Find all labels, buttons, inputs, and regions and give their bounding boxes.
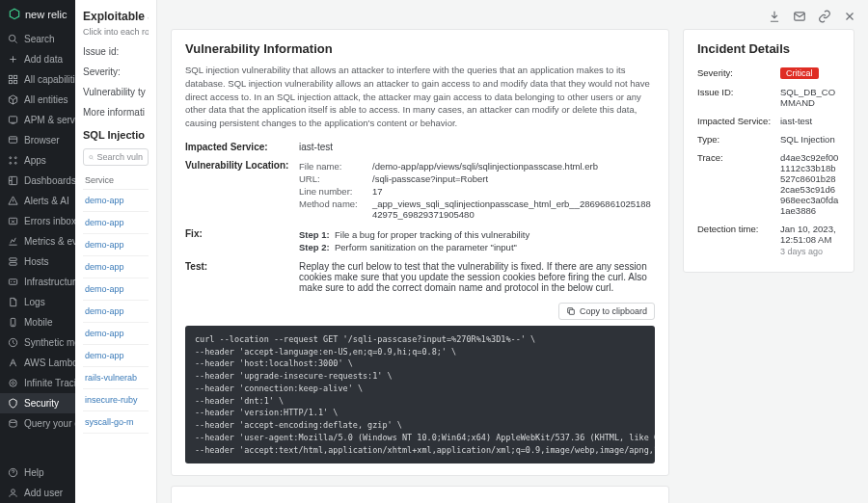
- sidebar-item-browser[interactable]: Browser: [0, 130, 75, 150]
- service-row[interactable]: demo-app: [83, 190, 149, 212]
- sidebar-item-query-your-data[interactable]: Query your data: [0, 413, 75, 434]
- sidebar-item-errors-inbox[interactable]: Errors inbox: [0, 211, 75, 231]
- sidebar-footer-help[interactable]: Help: [0, 463, 75, 483]
- infra-icon: [8, 277, 18, 287]
- search-input[interactable]: Search vuln: [83, 148, 149, 166]
- sidebar-item-hosts[interactable]: Hosts: [0, 252, 75, 272]
- service-row[interactable]: demo-app: [83, 256, 149, 278]
- sidebar-item-metrics-events[interactable]: Metrics & events: [0, 231, 75, 252]
- nav-label: Infinite Tracing se: [24, 378, 75, 388]
- incident-row: Issue ID:SQL_DB_COMMAND: [697, 83, 840, 112]
- top-actions: [766, 8, 858, 28]
- sidebar-item-dashboards[interactable]: Dashboards: [0, 171, 75, 191]
- nav-label: Infrastructure: [24, 277, 75, 287]
- sidebar-item-infrastructure[interactable]: Infrastructure: [0, 272, 75, 292]
- hosts-icon: [8, 256, 18, 267]
- nav-label: All entities: [24, 94, 68, 105]
- close-button[interactable]: [841, 8, 858, 28]
- test-label: Test:: [185, 261, 299, 293]
- nav-label: APM & services: [24, 115, 75, 125]
- sidebar-item-aws-lambda-se[interactable]: AWS Lambda se: [0, 353, 75, 373]
- incident-value: Jan 10, 2023, 12:51:08 AM3 days ago: [780, 224, 840, 256]
- copy-clipboard-button[interactable]: Copy to clipboard: [558, 303, 655, 320]
- download-button[interactable]: [766, 8, 783, 28]
- file-name-label: File name:: [299, 161, 372, 172]
- browser-icon: [8, 135, 18, 146]
- service-row[interactable]: demo-app: [83, 345, 149, 367]
- vuln-description: SQL injection vulnerability that allows …: [185, 64, 655, 130]
- vuln-title: Vulnerability Information: [185, 41, 655, 56]
- sidebar-item-logs[interactable]: Logs: [0, 292, 75, 312]
- search-placeholder: Search vuln: [96, 152, 143, 162]
- svg-rect-3: [9, 80, 12, 83]
- dash-icon: [8, 175, 18, 186]
- url-label: URL:: [299, 173, 372, 184]
- svg-point-17: [13, 325, 14, 326]
- incident-card: Incident Details Severity:CriticalIssue …: [683, 29, 854, 273]
- severity-badge: Critical: [780, 67, 819, 79]
- sidebar-item-apps[interactable]: Apps: [0, 150, 75, 171]
- sidebar-item-alerts-ai[interactable]: Alerts & AI: [0, 191, 75, 211]
- svg-rect-6: [9, 137, 16, 143]
- nav-label: Dashboards: [24, 175, 75, 186]
- incident-key: Issue ID:: [697, 87, 780, 108]
- incident-key: Detection time:: [697, 224, 780, 256]
- sidebar-item-mobile[interactable]: Mobile: [0, 312, 75, 332]
- impacted-service-label: Impacted Service:: [185, 142, 299, 152]
- service-row[interactable]: demo-app: [83, 301, 149, 323]
- test-text: Replay the curl below to test that the v…: [299, 261, 655, 293]
- service-row[interactable]: demo-app: [83, 278, 149, 301]
- detail-tabs: Details Stack trace HTTP request: [185, 496, 655, 503]
- plus-icon: [8, 54, 18, 65]
- sidebar-item-search[interactable]: Search: [0, 29, 75, 49]
- cube-icon: [8, 94, 18, 105]
- close-icon: [843, 10, 856, 23]
- nav-label: Hosts: [24, 256, 49, 267]
- nav-label: Help: [24, 467, 44, 478]
- main-area: Vulnerability Information SQL injection …: [157, 0, 868, 503]
- sidebar-item-synthetic-monito[interactable]: Synthetic monito: [0, 332, 75, 353]
- logs-icon: [8, 297, 18, 307]
- nav-label: Alerts & AI: [24, 196, 69, 206]
- tab-details[interactable]: Details: [185, 496, 215, 503]
- service-row[interactable]: insecure-ruby: [83, 389, 149, 411]
- curl-block[interactable]: curl --location --request GET '/sqli-pas…: [185, 326, 655, 464]
- link-button[interactable]: [816, 8, 833, 28]
- sidebar-item-infinite-tracing-se[interactable]: Infinite Tracing se: [0, 373, 75, 393]
- sidebar-item-all-capabilities[interactable]: All capabilities: [0, 69, 75, 90]
- nav-label: Browser: [24, 135, 60, 146]
- incident-value: Critical: [780, 67, 840, 79]
- nav-label: AWS Lambda se: [24, 357, 75, 368]
- service-row[interactable]: syscall-go-m: [83, 411, 149, 434]
- user-icon: [8, 488, 18, 498]
- service-row[interactable]: demo-app: [83, 212, 149, 234]
- sidebar-item-security[interactable]: Security: [0, 393, 75, 413]
- severity-label: Severity:: [83, 66, 149, 77]
- location-label: Vulnerability Location:: [185, 160, 299, 221]
- sidebar-item-add-data[interactable]: Add data: [0, 49, 75, 69]
- sidebar-footer-add-user[interactable]: Add user: [0, 483, 75, 503]
- lambda-icon: [8, 357, 18, 368]
- incident-row: Severity:Critical: [697, 64, 840, 83]
- mail-button[interactable]: [791, 8, 808, 28]
- service-row[interactable]: demo-app: [83, 323, 149, 345]
- incident-row: Detection time:Jan 10, 2023, 12:51:08 AM…: [697, 220, 840, 260]
- service-header: Service: [83, 172, 149, 190]
- vuln-card: Vulnerability Information SQL injection …: [171, 29, 669, 476]
- svg-rect-2: [14, 75, 16, 78]
- newrelic-icon: [8, 8, 21, 21]
- line-value: 17: [372, 186, 655, 197]
- sidebar-item-apm-services[interactable]: APM & services: [0, 110, 75, 130]
- nav-label: Add data: [24, 54, 63, 65]
- service-row[interactable]: demo-app: [83, 234, 149, 256]
- sidebar-item-all-entities[interactable]: All entities: [0, 90, 75, 110]
- shield-icon: [8, 398, 18, 409]
- copy-icon: [566, 306, 576, 316]
- tab-stack-trace[interactable]: Stack trace: [229, 496, 280, 503]
- brand-logo[interactable]: new relic: [0, 0, 75, 29]
- service-row[interactable]: rails-vulnerab: [83, 367, 149, 389]
- context-panel: Exploitable SQL Click into each row Issu…: [75, 0, 157, 503]
- query-icon: [8, 418, 18, 429]
- tab-http-request[interactable]: HTTP request: [293, 496, 353, 503]
- incident-key: Severity:: [697, 67, 780, 79]
